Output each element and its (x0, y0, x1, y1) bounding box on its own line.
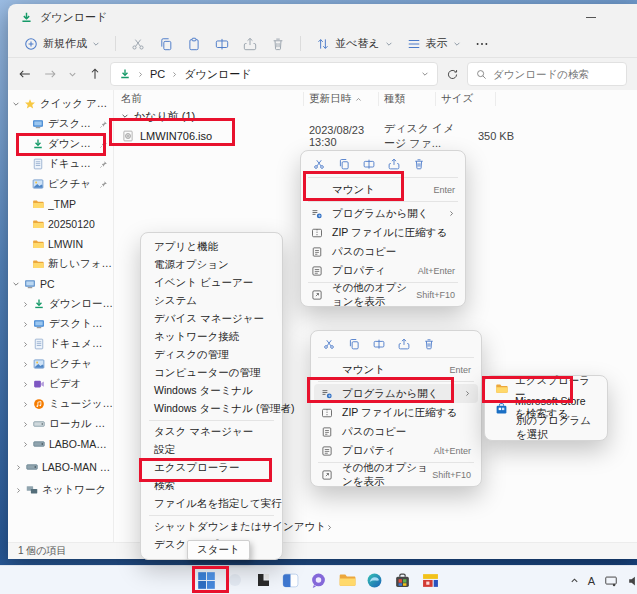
sidebar-item-folder-new[interactable]: 新しいフォルダー (8, 254, 113, 274)
task-view-button[interactable] (251, 568, 275, 592)
sidebar-item-pc-videos[interactable]: ビデオ (8, 374, 113, 394)
chevron-right-icon (22, 401, 29, 408)
winx-item-run[interactable]: ファイル名を指定して実行 (141, 495, 282, 513)
share-button[interactable] (237, 34, 263, 54)
sidebar-item-pc-documents[interactable]: ドキュメント (8, 334, 113, 354)
share-icon[interactable] (388, 158, 400, 170)
window-title: ダウンロード (40, 10, 107, 25)
winx-item-network-connections[interactable]: ネットワーク接続 (141, 328, 282, 346)
display-icon[interactable] (604, 574, 618, 588)
chat-button[interactable] (307, 568, 331, 592)
sidebar-item-pc-labo-man-d[interactable]: LABO-MAN (D:) (8, 434, 113, 454)
rename-icon[interactable] (373, 338, 385, 350)
sidebar-item-pictures[interactable]: ピクチャ (8, 174, 113, 194)
winx-item-shutdown[interactable]: シャットダウンまたはサインアウト (141, 518, 282, 536)
rename-button[interactable] (209, 34, 235, 54)
search-input[interactable] (493, 68, 603, 80)
taskbar: A (0, 565, 637, 594)
menu-item-open-with[interactable]: プログラムから開く (304, 204, 462, 223)
winx-item-device-manager[interactable]: デバイス マネージャー (141, 310, 282, 328)
column-headers: 名前 更新日時 種類 サイズ (114, 90, 637, 108)
sidebar-item-pc-local-disk-c[interactable]: ローカル ディスク (C:) (8, 414, 113, 434)
sidebar-item-documents[interactable]: ドキュメント (8, 154, 113, 174)
sidebar-item-folder-tmp[interactable]: _TMP (8, 194, 113, 214)
menu-item-zip[interactable]: ZIP ファイルに圧縮する (314, 403, 478, 422)
file-explorer-button[interactable] (335, 568, 359, 592)
share-icon[interactable] (398, 338, 410, 350)
column-type[interactable]: 種類 (379, 92, 436, 106)
copy-icon[interactable] (348, 338, 360, 350)
annotation-box-open-with (307, 377, 454, 403)
sidebar-item-pc-desktop[interactable]: デスクトップ (8, 314, 113, 334)
ime-indicator[interactable]: A (588, 575, 595, 587)
store-button[interactable] (391, 568, 415, 592)
labo-man-app-button[interactable] (419, 568, 443, 592)
column-size[interactable]: サイズ (436, 92, 496, 106)
cut-icon[interactable] (313, 158, 325, 170)
delete-button[interactable] (265, 34, 291, 54)
column-name[interactable]: 名前 (114, 92, 304, 106)
start-tooltip: スタート (187, 540, 250, 560)
menu-item-properties[interactable]: プロパティ Alt+Enter (304, 261, 462, 280)
winx-item-disk-management[interactable]: ディスクの管理 (141, 346, 282, 364)
menu-item-zip[interactable]: ZIP ファイルに圧縮する (304, 223, 462, 242)
breadcrumb-pc[interactable]: PC (150, 68, 165, 80)
sidebar-item-desktop[interactable]: デスクトップ (8, 114, 113, 134)
winx-item-task-manager[interactable]: タスク マネージャー (141, 423, 282, 441)
breadcrumb[interactable]: PC ダウンロード (110, 62, 438, 86)
back-button[interactable] (18, 67, 32, 81)
sidebar-item-pc-music[interactable]: ミュージック (8, 394, 113, 414)
column-modified[interactable]: 更新日時 (304, 92, 379, 106)
winx-item-system[interactable]: システム (141, 292, 282, 310)
cut-icon[interactable] (323, 338, 335, 350)
sort-button[interactable]: 並べ替え (310, 33, 399, 54)
menu-item-properties[interactable]: プロパティ Alt+Enter (314, 441, 478, 460)
sidebar-item-quick-access[interactable]: クイック アクセス (8, 94, 113, 114)
minimize-button[interactable] (569, 4, 613, 30)
menu-item-show-more[interactable]: その他のオプションを表示 Shift+F10 (314, 465, 478, 484)
new-button[interactable]: 新規作成 (18, 33, 106, 54)
winx-item-apps-features[interactable]: アプリと機能 (141, 238, 282, 256)
tray-chevron-up-icon[interactable] (570, 576, 579, 585)
sidebar-item-pc[interactable]: PC (8, 274, 113, 294)
more-options-button[interactable] (469, 34, 495, 54)
winx-item-power-options[interactable]: 電源オプション (141, 256, 282, 274)
menu-item-show-more[interactable]: その他のオプションを表示 Shift+F10 (304, 285, 462, 304)
view-button[interactable]: 表示 (401, 33, 467, 54)
address-dropdown-button[interactable] (421, 70, 429, 78)
sidebar-item-folder-20250120[interactable]: 20250120 (8, 214, 113, 234)
rename-icon[interactable] (363, 158, 375, 170)
winx-item-computer-management[interactable]: コンピューターの管理 (141, 364, 282, 382)
delete-icon[interactable] (423, 338, 435, 350)
winx-item-event-viewer[interactable]: イベント ビューアー (141, 274, 282, 292)
cut-button[interactable] (125, 34, 151, 54)
delete-icon[interactable] (413, 158, 425, 170)
sidebar-item-labo-man-drive[interactable]: LABO-MAN (D:) (8, 457, 113, 477)
search-box[interactable] (467, 62, 627, 86)
sidebar-item-folder-lmwin[interactable]: LMWIN (8, 234, 113, 254)
paste-button[interactable] (181, 34, 207, 54)
breadcrumb-folder[interactable]: ダウンロード (184, 67, 251, 82)
sidebar-item-pc-pictures[interactable]: ピクチャ (8, 354, 113, 374)
menu-item-copy-path[interactable]: パスのコピー (304, 242, 462, 261)
speaker-icon[interactable] (627, 574, 637, 588)
sidebar-item-pc-downloads[interactable]: ダウンロード (8, 294, 113, 314)
copy-icon[interactable] (338, 158, 350, 170)
forward-button[interactable] (43, 67, 57, 81)
up-button[interactable] (88, 67, 102, 81)
edge-button[interactable] (363, 568, 387, 592)
winx-item-terminal-admin[interactable]: Windows ターミナル (管理者) (141, 400, 282, 418)
copy-button[interactable] (153, 34, 179, 54)
widgets-button[interactable] (279, 568, 303, 592)
pin-icon (99, 160, 108, 169)
winx-item-terminal[interactable]: Windows ターミナル (141, 382, 282, 400)
recent-locations-button[interactable] (68, 70, 77, 79)
submenu-item-choose-app[interactable]: 別のプログラムを選択 (488, 418, 604, 438)
folder-icon (338, 571, 356, 589)
refresh-button[interactable] (446, 68, 459, 81)
folder-icon (32, 258, 44, 270)
sidebar-item-network[interactable]: ネットワーク (8, 480, 113, 500)
downloads-icon (20, 11, 33, 24)
menu-item-copy-path[interactable]: パスのコピー (314, 422, 478, 441)
winx-item-settings[interactable]: 設定 (141, 441, 282, 459)
